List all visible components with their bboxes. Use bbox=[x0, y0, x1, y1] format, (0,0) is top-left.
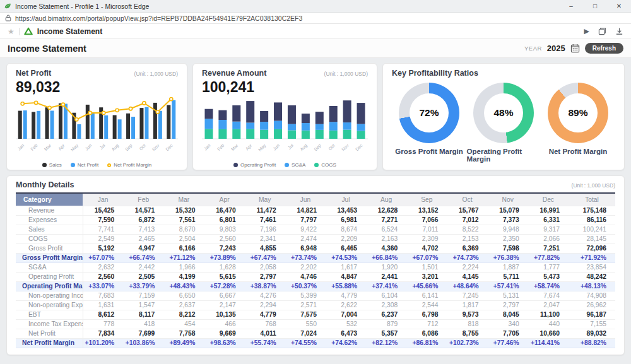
revenue-card-title: Revenue Amount bbox=[202, 69, 266, 78]
table-cell: +82.12% bbox=[366, 338, 406, 348]
year-value[interactable]: 2025 bbox=[547, 44, 565, 53]
donut-label: Operating Profit Margin bbox=[467, 148, 541, 163]
table-cell: 6,981 bbox=[326, 215, 366, 225]
legend-marker-icon bbox=[233, 163, 238, 167]
table-cell: 8,612 bbox=[83, 310, 123, 319]
table-cell: 8,212 bbox=[163, 310, 204, 319]
table-cell: 9,317 bbox=[528, 225, 569, 234]
table-row: Non-operating Expense1,6311,5472,6372,14… bbox=[16, 300, 615, 310]
table-unit: (Unit : 1,000 USD) bbox=[572, 182, 615, 189]
favorite-star-icon[interactable]: ★ bbox=[8, 27, 15, 36]
close-button[interactable]: ✕ bbox=[607, 0, 631, 12]
table-cell: 5,192 bbox=[83, 244, 123, 253]
table-cell: 4,011 bbox=[245, 329, 285, 338]
revenue-value: 100,241 bbox=[202, 79, 368, 96]
revenue-unit: (Unit : 1,000 USD) bbox=[324, 71, 368, 77]
line-marker bbox=[75, 118, 78, 121]
table-cell: 2,544 bbox=[406, 300, 447, 310]
table-cell: +101.20% bbox=[83, 338, 123, 348]
table-cell: 7,461 bbox=[245, 215, 285, 225]
legend-label: Operating Profit bbox=[240, 162, 276, 168]
table-cell: +77.82% bbox=[528, 253, 569, 262]
table-cell: 4,702 bbox=[406, 244, 447, 253]
bar bbox=[118, 119, 122, 139]
monthly-details-card: Monthly Details (Unit : 1,000 USD) Categ… bbox=[6, 175, 625, 355]
maximize-button[interactable]: □ bbox=[583, 0, 607, 12]
minimize-button[interactable]: – bbox=[559, 0, 583, 12]
table-cell: 2,350 bbox=[488, 234, 528, 244]
stacked-bar-segment bbox=[218, 129, 227, 139]
table-cell: 7,741 bbox=[83, 225, 123, 234]
bar bbox=[113, 115, 117, 139]
table-cell: 2,632 bbox=[83, 262, 123, 272]
table-cell: 86,116 bbox=[569, 215, 615, 225]
table-cell: 2,294 bbox=[245, 300, 285, 310]
ratio-donuts: 72%Gross Profit Margin48%Operating Profi… bbox=[392, 83, 615, 163]
refresh-button[interactable]: Refresh bbox=[585, 43, 623, 54]
table-cell: 1,547 bbox=[123, 300, 163, 310]
stacked-bar-segment bbox=[260, 130, 268, 139]
table-cell: 2,209 bbox=[326, 234, 366, 244]
stacked-bar-segment bbox=[302, 131, 310, 139]
legend-marker-icon bbox=[42, 163, 47, 167]
table-cell: 1,501 bbox=[406, 262, 447, 272]
table-row: SG&A2,6322,4421,9661,6282,0582,2021,6171… bbox=[16, 262, 615, 272]
download-icon[interactable] bbox=[615, 27, 623, 35]
table-cell: 15,079 bbox=[488, 206, 528, 215]
year-label: YEAR bbox=[524, 45, 542, 52]
table-cell: 7,373 bbox=[488, 215, 528, 225]
table-cell: +38.87% bbox=[245, 281, 285, 291]
table-cell: +50.37% bbox=[285, 281, 326, 291]
table-cell: +33.79% bbox=[123, 281, 163, 291]
legend-item: Operating Profit bbox=[233, 162, 276, 168]
table-cell: 7,834 bbox=[83, 329, 123, 338]
donut-label: Gross Profit Margin bbox=[395, 148, 463, 155]
table-cell: 8,522 bbox=[447, 225, 487, 234]
bar bbox=[104, 115, 108, 139]
table-cell: 6,872 bbox=[123, 215, 163, 225]
stacked-bar-segment bbox=[343, 122, 351, 130]
stacked-bar-segment bbox=[218, 110, 227, 120]
table-cell: 11,100 bbox=[528, 310, 569, 319]
address-bar[interactable]: https://aud.bimatrix.com/portal/popupVie… bbox=[0, 13, 631, 24]
table-cell: 7,159 bbox=[123, 291, 163, 300]
save-icon[interactable] bbox=[598, 27, 606, 35]
table-cell: 879 bbox=[366, 319, 406, 329]
play-icon[interactable]: ▶ bbox=[584, 27, 589, 35]
table-cell: +74.62% bbox=[326, 338, 366, 348]
line-marker bbox=[143, 102, 146, 105]
x-axis-label: Apr bbox=[245, 143, 254, 151]
table-cell: 7,066 bbox=[406, 215, 447, 225]
x-axis-label: Jul bbox=[287, 143, 295, 150]
x-axis-label: Jun bbox=[85, 143, 93, 151]
row-label: Revenue bbox=[16, 206, 83, 215]
table-cell: 26,962 bbox=[569, 300, 615, 310]
legend-label: Sales bbox=[49, 162, 62, 168]
stacked-bar-segment bbox=[302, 114, 310, 123]
row-label: SG&A bbox=[16, 262, 83, 272]
table-cell: 7,590 bbox=[83, 215, 123, 225]
stacked-bar-segment bbox=[288, 105, 296, 124]
calendar-icon[interactable] bbox=[570, 44, 580, 53]
x-axis-label: Dec bbox=[355, 143, 363, 151]
bimatrix-logo-icon bbox=[24, 27, 33, 35]
line-marker bbox=[115, 109, 119, 112]
table-cell: 9,948 bbox=[488, 225, 528, 234]
x-axis-label: Sep bbox=[124, 143, 134, 153]
table-cell: 6,465 bbox=[326, 244, 366, 253]
legend-item: Sales bbox=[42, 162, 62, 168]
row-label: Sales bbox=[16, 225, 83, 234]
table-cell: 9,803 bbox=[204, 225, 244, 234]
bar bbox=[77, 124, 81, 139]
table-cell: +48.64% bbox=[447, 281, 487, 291]
bar bbox=[144, 107, 148, 139]
stacked-bar-segment bbox=[302, 123, 310, 131]
table-cell: 7,705 bbox=[488, 329, 528, 338]
table-cell: 7,012 bbox=[447, 215, 487, 225]
bar bbox=[126, 114, 130, 139]
row-label: Gross Profit Margin bbox=[16, 253, 83, 262]
table-row: COGS2,5492,4652,5042,5602,3412,4742,2092… bbox=[16, 234, 615, 244]
stacked-bar-segment bbox=[246, 101, 254, 122]
table-cell: +67.07% bbox=[83, 253, 123, 262]
table-cell: 2,637 bbox=[163, 300, 204, 310]
